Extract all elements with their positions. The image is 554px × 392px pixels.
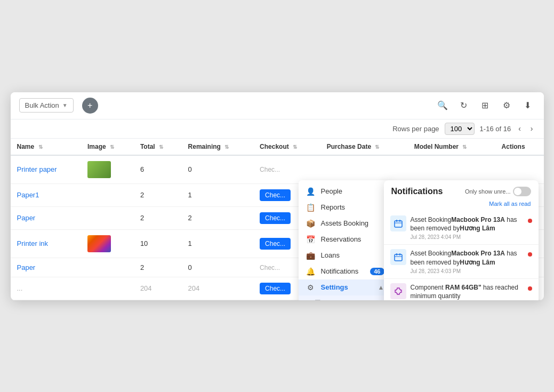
sidebar-item-loans[interactable]: 💼 Loans: [299, 247, 392, 263]
sidebar-item-reservations[interactable]: 📅 Reservations: [299, 231, 392, 247]
custom-fields-icon: ☰: [315, 299, 321, 300]
notifications-toggle: Only show unre...: [465, 187, 531, 196]
table-header-row: Name ⇅ Image ⇅ Total ⇅ Remaining ⇅: [11, 139, 544, 155]
sidebar-item-settings[interactable]: ⚙ Settings ▲: [299, 279, 392, 295]
refresh-button[interactable]: ↻: [456, 98, 471, 113]
total-value: 204: [134, 277, 182, 300]
sort-total-icon[interactable]: ⇅: [159, 144, 163, 150]
asset-name-link[interactable]: Paper: [17, 263, 36, 271]
svg-rect-4: [395, 254, 402, 261]
nav-menu: 👤 People 📋 Reports 📦 Assets Booking 📅 Re…: [299, 180, 392, 300]
remaining-value: 204: [182, 277, 254, 300]
remaining-value: 1: [182, 183, 254, 206]
settings-submenu: ☰ Custom Fields 🖥 Asset Models 🏢 Departm…: [299, 295, 392, 300]
notification-item[interactable]: Component RAM 64GB" has reached minimum …: [384, 279, 539, 300]
notif-text: Asset BookingMacbook Pro 13A has been re…: [411, 249, 524, 267]
checkout-button[interactable]: Chec...: [260, 212, 291, 224]
reports-icon: 📋: [306, 203, 316, 212]
notif-text: Asset BookingMacbook Pro 13A has been re…: [411, 215, 524, 234]
custom-fields-label: Custom Fields: [325, 299, 370, 300]
asset-image: [81, 183, 134, 206]
remaining-value: 0: [182, 155, 254, 184]
asset-name-link[interactable]: Printer paper: [17, 165, 57, 173]
notif-content: Asset BookingMacbook Pro 13A has been re…: [411, 215, 524, 241]
notif-time: Jul 28, 2023 4:04 PM: [411, 234, 524, 240]
reservations-label: Reservations: [321, 235, 362, 243]
col-checkout: Checkout ⇅: [253, 139, 320, 155]
asset-image: [81, 258, 134, 277]
assets-booking-icon: 📦: [306, 219, 316, 228]
asset-image: [81, 277, 134, 300]
notifications-panel: Notifications Only show unre... Mark all…: [384, 180, 539, 300]
grid-button[interactable]: ⊞: [478, 98, 493, 113]
add-button[interactable]: +: [82, 98, 98, 114]
notifications-list: Asset BookingMacbook Pro 13A has been re…: [384, 211, 539, 300]
refresh-icon: ↻: [460, 100, 467, 110]
reports-label: Reports: [321, 203, 346, 211]
notif-content: Component RAM 64GB" has reached minimum …: [411, 283, 524, 300]
total-value: 10: [134, 229, 182, 258]
sort-name-icon[interactable]: ⇅: [38, 144, 43, 150]
dropdown-arrow-icon: ▼: [62, 102, 68, 108]
only-show-label: Only show unre...: [465, 188, 511, 195]
grid-icon: ⊞: [481, 100, 488, 110]
rows-per-page-select[interactable]: 100 25 50: [445, 123, 475, 135]
notification-item[interactable]: Asset BookingMacbook Pro 13A has been re…: [384, 245, 539, 279]
asset-name-link[interactable]: Paper: [17, 214, 36, 222]
remaining-value: 0: [182, 258, 254, 277]
top-bar: Bulk Action ▼ + 🔍 ↻ ⊞ ⚙ ⬇: [11, 92, 544, 119]
settings-menu-icon: ⚙: [306, 283, 316, 292]
bulk-action-button[interactable]: Bulk Action ▼: [19, 98, 74, 113]
unread-dot: [528, 219, 532, 223]
toggle-switch[interactable]: [513, 187, 531, 196]
next-icon: ›: [531, 124, 533, 133]
settings-button[interactable]: ⚙: [499, 98, 514, 113]
sort-model-icon[interactable]: ⇅: [462, 144, 467, 150]
search-button[interactable]: 🔍: [435, 98, 450, 113]
assets-booking-label: Assets Booking: [321, 219, 369, 227]
bulk-action-label: Bulk Action: [25, 101, 59, 109]
reservations-icon: 📅: [306, 235, 316, 244]
sort-image-icon[interactable]: ⇅: [110, 144, 114, 150]
notifications-header: Notifications Only show unre...: [384, 180, 539, 199]
total-value: 2: [134, 206, 182, 229]
sidebar-item-reports[interactable]: 📋 Reports: [299, 199, 392, 215]
submenu-item-custom-fields[interactable]: ☰ Custom Fields: [299, 295, 392, 300]
checkout-button[interactable]: Chec...: [260, 283, 291, 294]
sidebar-item-people[interactable]: 👤 People: [299, 183, 392, 199]
people-icon: 👤: [306, 187, 316, 196]
download-button[interactable]: ⬇: [520, 98, 535, 113]
actions: [495, 155, 544, 184]
prev-icon: ‹: [518, 124, 521, 133]
sort-checkout-icon[interactable]: ⇅: [293, 144, 297, 150]
notif-content: Asset BookingMacbook Pro 13A has been re…: [411, 249, 524, 274]
download-icon: ⬇: [524, 100, 531, 110]
notification-item[interactable]: Asset BookingMacbook Pro 13A has been re…: [384, 211, 539, 245]
sidebar-item-assets-booking[interactable]: 📦 Assets Booking: [299, 215, 392, 231]
loans-icon: 💼: [306, 251, 316, 260]
checkout-value: Chec...: [260, 166, 280, 173]
col-actions: Actions: [495, 139, 544, 155]
unread-dot: [528, 286, 532, 291]
asset-name-link[interactable]: Paper1: [17, 191, 39, 199]
sort-purchase-icon[interactable]: ⇅: [375, 144, 379, 150]
main-window: Bulk Action ▼ + 🔍 ↻ ⊞ ⚙ ⬇: [11, 92, 544, 300]
sort-remaining-icon[interactable]: ⇅: [224, 144, 229, 150]
checkout-button[interactable]: Chec...: [260, 238, 291, 250]
asset-image: [87, 235, 111, 252]
pagination-next-button[interactable]: ›: [528, 123, 535, 134]
top-right-icons: 🔍 ↻ ⊞ ⚙ ⬇: [435, 98, 535, 113]
checkout-button[interactable]: Chec...: [260, 189, 291, 201]
pagination-prev-button[interactable]: ‹: [516, 123, 523, 134]
asset-name-link[interactable]: Printer ink: [17, 239, 49, 247]
col-total: Total ⇅: [134, 139, 182, 155]
add-icon: +: [87, 101, 92, 110]
notif-text: Component RAM 64GB" has reached minimum …: [411, 283, 524, 300]
settings-icon: ⚙: [503, 100, 510, 110]
checkout-value: Chec...: [260, 264, 280, 271]
pagination-info: 1-16 of 16: [480, 125, 511, 133]
sidebar-item-notifications[interactable]: 🔔 Notifications 46: [299, 263, 392, 279]
remaining-value: 1: [182, 229, 254, 258]
loans-label: Loans: [321, 251, 340, 259]
mark-all-read-button[interactable]: Mark all as read: [384, 199, 539, 211]
